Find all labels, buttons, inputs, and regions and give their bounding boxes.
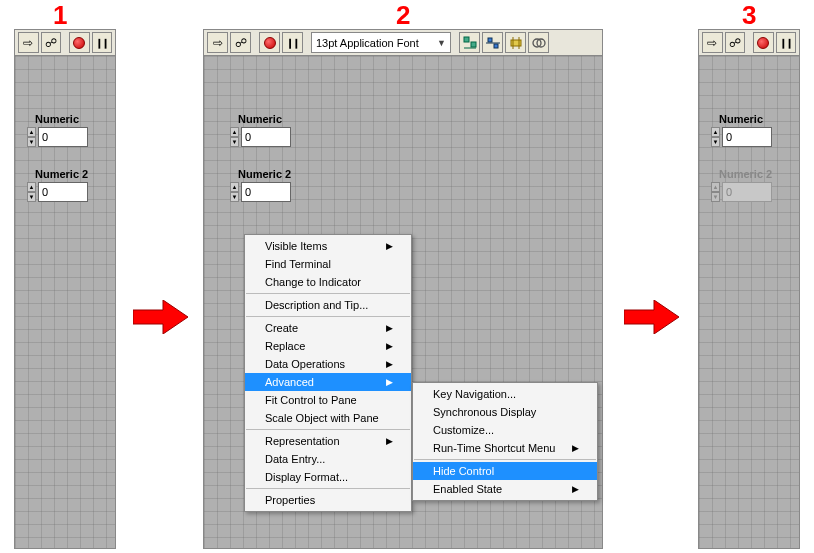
menu-item-label: Display Format...	[265, 471, 348, 483]
menu-item-representation[interactable]: Representation▶	[245, 432, 411, 450]
context-submenu-advanced: Key Navigation...Synchronous DisplayCust…	[412, 382, 598, 501]
spinner-down-icon[interactable]: ▼	[27, 192, 36, 202]
numeric2-input[interactable]: 0	[38, 182, 88, 202]
menu-item-enabled-state[interactable]: Enabled State▶	[413, 480, 597, 498]
step-label-1: 1	[53, 0, 67, 31]
spinner-up-icon[interactable]: ▲	[230, 182, 239, 192]
svg-rect-3	[488, 38, 492, 42]
menu-item-data-operations[interactable]: Data Operations▶	[245, 355, 411, 373]
numeric-input[interactable]: 0	[241, 127, 291, 147]
menu-item-label: Find Terminal	[265, 258, 331, 270]
numeric-input[interactable]: 0	[722, 127, 772, 147]
pause-button[interactable]: ❙❙	[282, 32, 303, 53]
numeric-spinner[interactable]: ▲ ▼	[711, 127, 720, 147]
toolbar-panel-3: ⇨ ☍ ❙❙	[698, 29, 800, 56]
run-button[interactable]: ⇨	[702, 32, 723, 53]
run-continuous-button[interactable]: ☍	[725, 32, 746, 53]
spinner-down-icon: ▼	[711, 192, 720, 202]
spinner-up-icon[interactable]: ▲	[711, 127, 720, 137]
run-continuous-button[interactable]: ☍	[41, 32, 62, 53]
pause-button[interactable]: ❙❙	[92, 32, 113, 53]
menu-item-description-and-tip[interactable]: Description and Tip...	[245, 296, 411, 314]
menu-item-advanced[interactable]: Advanced▶	[245, 373, 411, 391]
menu-item-scale-object-with-pane[interactable]: Scale Object with Pane	[245, 409, 411, 427]
menu-item-run-time-shortcut-menu[interactable]: Run-Time Shortcut Menu▶	[413, 439, 597, 457]
arrow-icon	[133, 300, 188, 334]
menu-item-replace[interactable]: Replace▶	[245, 337, 411, 355]
menu-item-label: Enabled State	[433, 483, 502, 495]
menu-item-label: Representation	[265, 435, 340, 447]
spinner-up-icon[interactable]: ▲	[27, 127, 36, 137]
abort-button[interactable]	[259, 32, 280, 53]
menu-item-visible-items[interactable]: Visible Items▶	[245, 237, 411, 255]
distribute-button[interactable]	[482, 32, 503, 53]
menu-item-label: Customize...	[433, 424, 494, 436]
abort-button[interactable]	[69, 32, 90, 53]
menu-item-synchronous-display[interactable]: Synchronous Display	[413, 403, 597, 421]
submenu-arrow-icon: ▶	[386, 377, 393, 387]
abort-button[interactable]	[753, 32, 774, 53]
menu-item-label: Description and Tip...	[265, 299, 368, 311]
numeric2-label: Numeric 2	[230, 168, 291, 180]
numeric2-input[interactable]: 0	[241, 182, 291, 202]
run-button[interactable]: ⇨	[18, 32, 39, 53]
menu-item-label: Data Entry...	[265, 453, 325, 465]
menu-item-label: Scale Object with Pane	[265, 412, 379, 424]
menu-separator	[246, 488, 410, 489]
font-selector-label: 13pt Application Font	[316, 37, 419, 49]
numeric-control: Numeric ▲ ▼ 0	[230, 113, 291, 147]
numeric2-spinner[interactable]: ▲ ▼	[230, 182, 239, 202]
step-label-3: 3	[742, 0, 756, 31]
pause-button[interactable]: ❙❙	[776, 32, 797, 53]
submenu-arrow-icon: ▶	[572, 484, 579, 494]
numeric2-input-disabled: 0	[722, 182, 772, 202]
menu-separator	[414, 459, 596, 460]
spinner-down-icon[interactable]: ▼	[27, 137, 36, 147]
menu-item-create[interactable]: Create▶	[245, 319, 411, 337]
reorder-button[interactable]	[528, 32, 549, 53]
run-button[interactable]: ⇨	[207, 32, 228, 53]
context-menu: Visible Items▶Find TerminalChange to Ind…	[244, 234, 412, 512]
svg-rect-4	[494, 44, 498, 48]
arrow-icon	[624, 300, 679, 334]
menu-item-label: Hide Control	[433, 465, 494, 477]
resize-button[interactable]	[505, 32, 526, 53]
menu-item-fit-control-to-pane[interactable]: Fit Control to Pane	[245, 391, 411, 409]
toolbar-panel-1: ⇨ ☍ ❙❙	[14, 29, 116, 56]
numeric-control: Numeric ▲ ▼ 0	[27, 113, 88, 147]
spinner-up-icon[interactable]: ▲	[230, 127, 239, 137]
svg-marker-0	[133, 300, 188, 334]
menu-item-label: Fit Control to Pane	[265, 394, 357, 406]
menu-item-display-format[interactable]: Display Format...	[245, 468, 411, 486]
menu-item-hide-control[interactable]: Hide Control	[413, 462, 597, 480]
numeric-label: Numeric	[230, 113, 291, 125]
menu-item-label: Create	[265, 322, 298, 334]
menu-item-label: Properties	[265, 494, 315, 506]
menu-item-label: Synchronous Display	[433, 406, 536, 418]
font-selector[interactable]: 13pt Application Font ▼	[311, 32, 451, 53]
toolbar-panel-2: ⇨ ☍ ❙❙ 13pt Application Font ▼	[203, 29, 603, 56]
panel-1: ⇨ ☍ ❙❙ Numeric ▲ ▼ 0 Numeric 2 ▲ ▼ 0	[14, 29, 116, 549]
menu-item-properties[interactable]: Properties	[245, 491, 411, 509]
spinner-down-icon[interactable]: ▼	[711, 137, 720, 147]
menu-item-label: Replace	[265, 340, 305, 352]
submenu-arrow-icon: ▶	[386, 436, 393, 446]
numeric-input[interactable]: 0	[38, 127, 88, 147]
menu-item-data-entry[interactable]: Data Entry...	[245, 450, 411, 468]
spinner-up-icon[interactable]: ▲	[27, 182, 36, 192]
menu-item-change-to-indicator[interactable]: Change to Indicator	[245, 273, 411, 291]
menu-item-find-terminal[interactable]: Find Terminal	[245, 255, 411, 273]
menu-item-customize[interactable]: Customize...	[413, 421, 597, 439]
spinner-down-icon[interactable]: ▼	[230, 137, 239, 147]
spinner-down-icon[interactable]: ▼	[230, 192, 239, 202]
numeric-spinner[interactable]: ▲ ▼	[230, 127, 239, 147]
run-continuous-button[interactable]: ☍	[230, 32, 251, 53]
menu-item-key-navigation[interactable]: Key Navigation...	[413, 385, 597, 403]
numeric2-spinner[interactable]: ▲ ▼	[27, 182, 36, 202]
chevron-down-icon: ▼	[437, 38, 446, 48]
submenu-arrow-icon: ▶	[572, 443, 579, 453]
numeric-spinner[interactable]: ▲ ▼	[27, 127, 36, 147]
menu-item-label: Advanced	[265, 376, 314, 388]
spinner-up-icon: ▲	[711, 182, 720, 192]
align-button[interactable]	[459, 32, 480, 53]
